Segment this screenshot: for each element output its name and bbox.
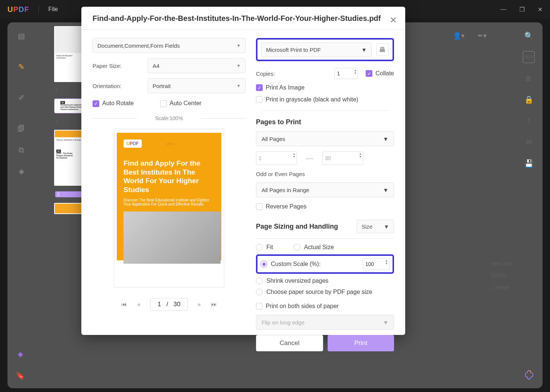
content-select[interactable]: Document,Comment,Form Fields▼ [93, 38, 246, 53]
close-icon[interactable]: ✕ [538, 6, 543, 13]
auto-center-label: Auto Center [170, 100, 201, 106]
highlighter-icon[interactable]: ✎ [15, 61, 27, 73]
auto-center-checkbox[interactable] [160, 100, 167, 107]
custom-scale-radio[interactable] [260, 261, 267, 267]
layers-icon[interactable]: ◈ [15, 349, 25, 359]
choose-source-radio[interactable] [256, 289, 263, 295]
pages-mode-select[interactable]: All Pages▼ [256, 131, 394, 146]
last-page-button[interactable]: ⏭ [211, 301, 218, 308]
range-from-input[interactable]: 1▲▼ [256, 151, 297, 165]
auto-rotate-label: Auto Rotate [102, 100, 134, 106]
background-text: ere are tools. . Here [491, 257, 513, 294]
shrink-radio[interactable] [256, 277, 263, 284]
range-dash: — [306, 154, 313, 163]
mail-icon[interactable]: ✉ [523, 136, 535, 148]
protect-icon[interactable]: 🔒 [523, 94, 535, 106]
close-dialog-button[interactable]: ✕ [390, 15, 397, 25]
print-preview: UPDF UPDF Find and Apply For the Best In… [114, 129, 224, 288]
dialog-title: Find-and-Apply-For-the-Best-Institutes-I… [93, 14, 394, 23]
printer-settings-icon[interactable]: 🖶 [376, 43, 389, 56]
ai-icon[interactable] [523, 369, 535, 381]
paper-size-label: Paper Size: [93, 63, 144, 69]
both-sides-label: Print on both sides of paper [266, 303, 339, 310]
next-page-button[interactable]: » [196, 301, 203, 308]
range-to-input[interactable]: 30▲▼ [322, 151, 363, 165]
fit-radio[interactable] [256, 244, 263, 251]
edit-icon[interactable]: ✐ [15, 92, 27, 104]
page-indicator[interactable]: 1 / 30 [150, 298, 187, 311]
grayscale-checkbox[interactable] [256, 96, 263, 103]
ocr-icon[interactable]: OCR [523, 51, 535, 63]
reader-icon[interactable]: ▤ [15, 30, 27, 42]
both-sides-checkbox[interactable] [256, 303, 263, 310]
pages-to-print-header: Pages to Print [256, 118, 394, 126]
print-as-image-label: Print As Image [266, 84, 304, 91]
stamp-icon[interactable]: ◈ [15, 165, 27, 177]
custom-scale-input[interactable]: 100▲▼ [363, 258, 390, 270]
size-mode-select[interactable]: Size▼ [357, 220, 394, 233]
custom-scale-highlight: Custom Scale (%): 100▲▼ [256, 254, 394, 274]
print-dialog: Find-and-Apply-For-the-Best-Institutes-I… [81, 7, 405, 335]
orientation-select[interactable]: Portrait▼ [148, 78, 246, 93]
odd-even-label: Odd or Even Pages [256, 171, 394, 177]
orientation-label: Orientation: [93, 83, 144, 89]
reverse-label: Reverse Pages [266, 203, 306, 210]
actual-size-radio[interactable] [294, 244, 300, 251]
prev-page-button[interactable]: « [135, 301, 142, 308]
file-menu[interactable]: File [48, 6, 58, 13]
preview-photo [124, 211, 221, 264]
preview-brand: UPDF [124, 139, 142, 148]
copies-input[interactable]: 1▲▼ [334, 68, 358, 79]
printer-select[interactable]: Microsoft Print to PDF▼ [261, 43, 372, 57]
printer-highlight: Microsoft Print to PDF▼ 🖶 [256, 38, 394, 61]
collate-label: Collate [375, 70, 394, 76]
save-icon[interactable]: 💾 [523, 157, 535, 169]
sign-menu-icon[interactable]: ✒▾ [478, 32, 487, 40]
choose-source-label: Choose paper source by PDF page size [266, 289, 372, 295]
flip-select: Flip on long edge▼ [256, 315, 394, 330]
app-logo: UPDF [7, 5, 29, 14]
cancel-button[interactable]: Cancel [256, 335, 323, 351]
auto-rotate-checkbox[interactable]: ✓ [93, 100, 99, 107]
divider [38, 6, 39, 13]
crop-icon[interactable]: ⧉ [15, 144, 27, 156]
sizing-header: Page Sizing and Handling [256, 223, 338, 231]
preview-title: Find and Apply For the Best Institutes I… [124, 159, 215, 194]
collate-checkbox[interactable]: ✓ [366, 70, 372, 77]
preview-subtitle: Discover The Best Educational Institute … [124, 198, 209, 206]
search-icon[interactable]: 🔍 [523, 30, 535, 42]
print-as-image-checkbox[interactable]: ✓ [256, 84, 263, 91]
watermark-icon[interactable]: 🗎 [523, 72, 535, 84]
custom-scale-label: Custom Scale (%): [271, 261, 321, 267]
page-icon[interactable]: 🗐 [15, 123, 27, 135]
print-button[interactable]: Print [328, 335, 394, 351]
minimize-icon[interactable]: — [500, 6, 506, 13]
actual-size-label: Actual Size [304, 244, 334, 251]
reverse-checkbox[interactable] [256, 203, 263, 210]
scale-label: Scale:100% [93, 115, 246, 121]
bookmark-icon[interactable]: 🔖 [15, 370, 25, 381]
odd-even-select[interactable]: All Pages in Range▼ [256, 182, 394, 197]
fit-label: Fit [266, 244, 273, 251]
grayscale-label: Print in grayscale (black and white) [266, 96, 358, 103]
maximize-icon[interactable]: ❐ [519, 6, 525, 13]
first-page-button[interactable]: ⏮ [121, 301, 127, 308]
copies-label: Copies: [256, 70, 275, 77]
user-menu-icon[interactable]: 👤▾ [453, 32, 465, 40]
paper-size-select[interactable]: A4▼ [148, 58, 246, 73]
shrink-label: Shrink oversized pages [266, 277, 328, 284]
share-icon[interactable]: ⤴ [523, 115, 535, 127]
